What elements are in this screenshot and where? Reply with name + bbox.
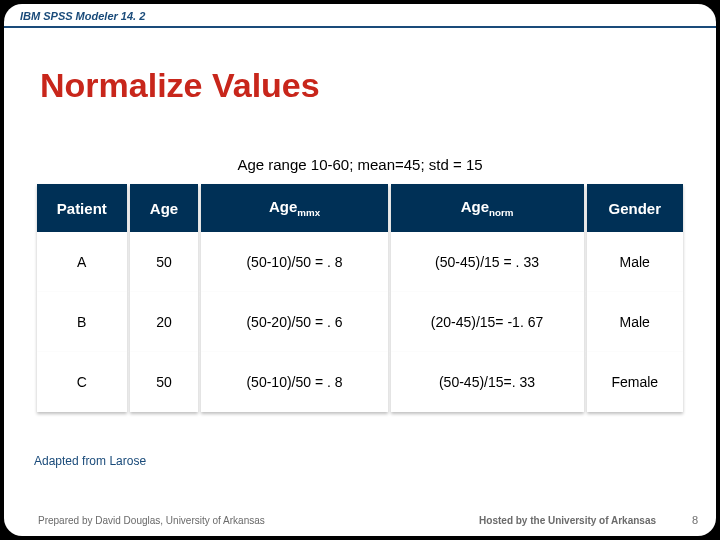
data-table-wrap: Patient Age Agemmx Agenorm Gender A 50 (… [34, 184, 686, 412]
footer-right: Hosted by the University of Arkansas [479, 515, 656, 526]
cell-gender: Female [587, 352, 684, 412]
page-number: 8 [692, 514, 698, 526]
table-row: B 20 (50-20)/50 = . 6 (20-45)/15= -1. 67… [37, 292, 683, 352]
cell-patient: B [37, 292, 127, 352]
data-table: Patient Age Agemmx Agenorm Gender A 50 (… [34, 184, 686, 412]
cell-patient: A [37, 232, 127, 292]
slide-title: Normalize Values [40, 66, 320, 105]
cell-patient: C [37, 352, 127, 412]
col-patient: Patient [37, 184, 127, 232]
col-agemmx-sub: mmx [297, 207, 320, 218]
cell-age: 20 [130, 292, 199, 352]
col-agenorm: Agenorm [391, 184, 584, 232]
cell-age: 50 [130, 352, 199, 412]
slide-subtitle: Age range 10-60; mean=45; std = 15 [4, 156, 716, 173]
footer-left: Prepared by David Douglas, University of… [38, 515, 265, 526]
attribution: Adapted from Larose [34, 454, 146, 468]
col-agenorm-base: Age [461, 198, 489, 215]
brand-label: IBM SPSS Modeler 14. 2 [20, 10, 145, 22]
col-age: Age [130, 184, 199, 232]
brand-underline [4, 26, 716, 28]
table-header-row: Patient Age Agemmx Agenorm Gender [37, 184, 683, 232]
cell-mmx: (50-20)/50 = . 6 [201, 292, 387, 352]
table-row: A 50 (50-10)/50 = . 8 (50-45)/15 = . 33 … [37, 232, 683, 292]
col-gender: Gender [587, 184, 684, 232]
cell-mmx: (50-10)/50 = . 8 [201, 232, 387, 292]
cell-age: 50 [130, 232, 199, 292]
slide: IBM SPSS Modeler 14. 2 Normalize Values … [4, 4, 716, 536]
col-agenorm-sub: norm [489, 207, 513, 218]
cell-norm: (50-45)/15 = . 33 [391, 232, 584, 292]
col-agemmx: Agemmx [201, 184, 387, 232]
cell-norm: (50-45)/15=. 33 [391, 352, 584, 412]
cell-mmx: (50-10)/50 = . 8 [201, 352, 387, 412]
cell-norm: (20-45)/15= -1. 67 [391, 292, 584, 352]
cell-gender: Male [587, 292, 684, 352]
col-agemmx-base: Age [269, 198, 297, 215]
table-row: C 50 (50-10)/50 = . 8 (50-45)/15=. 33 Fe… [37, 352, 683, 412]
cell-gender: Male [587, 232, 684, 292]
